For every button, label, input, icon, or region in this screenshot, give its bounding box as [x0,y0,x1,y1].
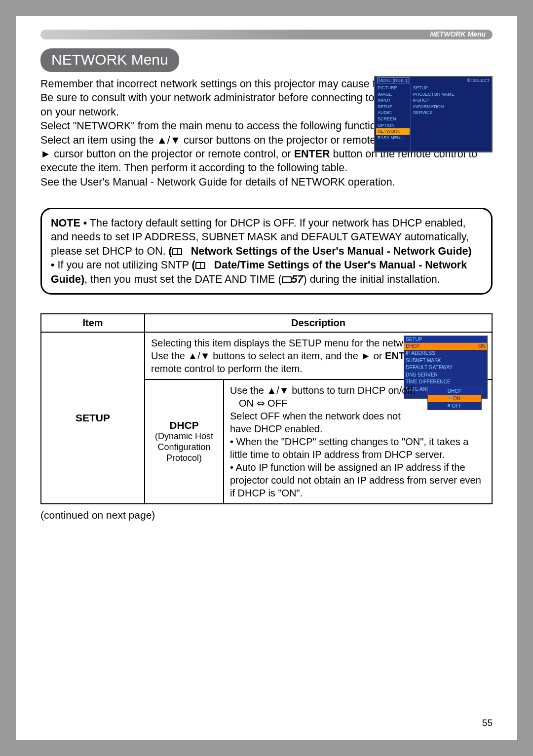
sub-note: (Dynamic Host Configuration Protocol) [151,431,217,463]
note-2c: , then you must set the DATE AND TIME ( [84,273,281,285]
dhcp-b: ON ⇔ OFF [230,397,421,410]
note-box: NOTE • The factory default setting for D… [40,208,493,295]
menu-thumb-subitem: INFORMATION [413,104,490,110]
sub-title: DHCP [151,419,217,431]
cell-desc-dhcp: Use the ▲/▼ buttons to turn DHCP on/off.… [224,379,492,504]
section-title-pill: NETWORK Menu [40,48,179,72]
book-icon [195,262,205,269]
mini-setup-header: SETUP [404,336,487,343]
cell-desc-setup: Selecting this item displays the SETUP m… [145,332,492,379]
cell-item-setup: SETUP [41,332,145,504]
dhcp-a: Use the ▲/▼ buttons to turn DHCP on/off. [230,385,416,396]
menu-thumb-item-active: NETWORK [376,128,410,135]
mini-setup-row: IP ADDRESS [404,350,487,357]
menu-thumb-item: SCREEN [376,116,410,122]
menu-thumb-subitem: SETUP [413,85,490,91]
settings-table: Item Description SETUP Selecting this it… [40,313,493,504]
continued-label: (continued on next page) [40,509,493,521]
intro-p3: See the User's Manual - Network Guide fo… [40,176,395,188]
menu-thumb-item: AUDIO [376,110,410,116]
menu-thumb-item: SETUP [376,104,410,110]
header-bar: NETWORK Menu [40,30,493,39]
menu-thumb-col1: PICTURE IMAGE INPUT SETUP AUDIO SCREEN O… [375,84,411,151]
header-label: NETWORK Menu [430,30,486,38]
mini-dhcp-off: OFF [428,402,481,410]
mini-setup-row: SUBNET MASK [404,357,487,365]
menu-thumb-item: EASY MENU [376,135,410,141]
th-item: Item [41,314,145,332]
intro-wrap: MENU [RGB 1] ⦿:SELECT PICTURE IMAGE INPU… [40,77,493,189]
menu-thumb-item: OPTION [376,122,410,129]
desc-1a: Selecting this item displays the SETUP m… [151,338,419,348]
book-icon [172,248,182,255]
menu-thumb-subitem: SERVICE [413,110,490,116]
menu-thumb-subitem: PROJECTOR NAME [413,91,490,98]
note-1b: Network Settings of the User's Manual - … [191,245,472,257]
dhcp-e: • Auto IP function will be assigned an I… [230,462,481,498]
page-number: 55 [482,718,493,728]
desc-1b: Use the ▲/▼ buttons to select an item, a… [151,350,385,361]
intro-enter: ENTER [294,148,330,160]
dhcp-d: • When the "DHCP" setting changes to "ON… [230,436,468,460]
menu-thumb-header-right: ⦿:SELECT [466,78,490,83]
note-label: NOTE [51,217,80,229]
mini-setup-row: DHCPON [404,343,487,350]
mini-dhcp-thumb: DHCP ON OFF [427,387,482,410]
manual-page: NETWORK Menu NETWORK Menu MENU [RGB 1] ⦿… [16,16,517,740]
th-desc: Description [145,314,492,332]
intro-p1b: Select "NETWORK" from the main menu to a… [40,120,390,132]
table-header-row: Item Description [41,314,492,332]
menu-thumb-col2: SETUP PROJECTOR NAME e-SHOT INFORMATION … [411,84,492,151]
menu-thumb-item: IMAGE [376,91,410,98]
menu-thumb-body: PICTURE IMAGE INPUT SETUP AUDIO SCREEN O… [375,84,492,151]
dhcp-c: Select OFF when the network does not hav… [230,411,401,434]
mini-setup-row: DNS SERVER [404,372,487,379]
table-row: SETUP Selecting this item displays the S… [41,332,492,379]
note-2d: 57 [292,273,304,285]
note-2a: • If you are not utilizing SNTP [51,259,192,271]
menu-thumb-subitem: e-SHOT [413,97,490,104]
note-2e: ) during the initial installation. [304,273,440,285]
menu-thumb-item: PICTURE [376,85,410,91]
book-icon [282,276,292,283]
mini-dhcp-on: ON [428,395,481,402]
mini-dhcp-header: DHCP [428,387,481,395]
cell-sub-dhcp: DHCP (Dynamic Host Configuration Protoco… [145,379,224,504]
menu-thumbnail: MENU [RGB 1] ⦿:SELECT PICTURE IMAGE INPU… [374,76,493,152]
menu-thumb-item: INPUT [376,97,410,104]
mini-setup-row: DEFAULT GATEWAY [404,364,487,372]
menu-thumb-header-left: MENU [RGB 1] [377,77,410,83]
menu-thumb-header: MENU [RGB 1] ⦿:SELECT [375,77,492,84]
